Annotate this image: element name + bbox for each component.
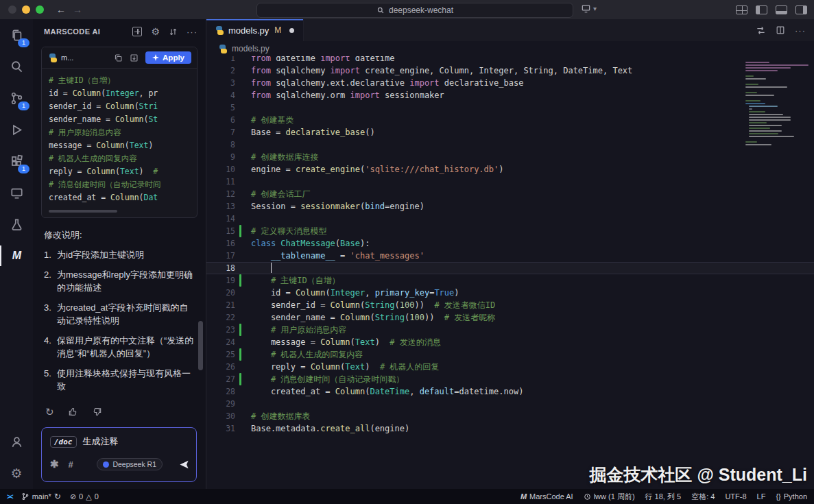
gear-icon[interactable]: ⚙ — [151, 27, 160, 36]
breadcrumb[interactable]: models.py — [206, 41, 814, 56]
code-line[interactable]: 12# 创建会话工厂 — [206, 188, 814, 200]
code-line[interactable]: 8 — [206, 139, 814, 151]
minimap[interactable] — [741, 56, 813, 489]
sidebar-scrollbar[interactable] — [198, 321, 203, 370]
marscode-logo-icon: M — [12, 250, 21, 262]
panel-actions: ⚙ ··· — [132, 27, 197, 37]
code-line[interactable]: 30# 创建数据库表 — [206, 410, 814, 422]
code-line[interactable]: 15# 定义聊天消息模型 — [206, 225, 814, 237]
chat-input-box[interactable]: /doc 生成注释 ✱ # Deepseek R1 — [41, 427, 197, 482]
unsaved-dot-icon[interactable] — [289, 28, 294, 33]
toggle-sidebar-icon[interactable] — [756, 5, 767, 14]
account-button[interactable] — [0, 426, 33, 457]
copy-icon[interactable] — [114, 53, 123, 62]
command-center-search[interactable]: deepseek-wechat — [256, 3, 573, 18]
suggestion-file-tab[interactable]: m... — [47, 53, 107, 62]
remote-indicator-icon[interactable]: >< — [7, 493, 12, 501]
code-line[interactable]: 11 — [206, 176, 814, 188]
regenerate-icon[interactable]: ↻ — [45, 406, 54, 418]
split-editor-icon[interactable] — [776, 25, 785, 35]
blame-status[interactable]: lww (1 周前) — [584, 492, 635, 502]
tab-models-py[interactable]: models.py M — [206, 19, 304, 41]
status-left: >< main* ↻ ⊘ 0 △ 0 — [7, 492, 99, 501]
sidebar-item-explorer[interactable]: 1 — [0, 19, 33, 51]
slash-command-badge[interactable]: /doc — [50, 436, 77, 448]
code-line[interactable]: 13Session = sessionmaker(bind=engine) — [206, 200, 814, 213]
eol[interactable]: LF — [757, 492, 766, 501]
code-line[interactable]: 3from sqlalchemy.ext.declarative import … — [206, 77, 814, 89]
marscode-status[interactable]: M MarsCode AI — [520, 492, 573, 501]
code-line[interactable]: 18 — [206, 262, 814, 274]
code-line[interactable]: 29 — [206, 398, 814, 410]
code-line[interactable]: 14 — [206, 213, 814, 225]
more-icon[interactable]: ··· — [187, 27, 197, 37]
code-line[interactable]: 25 # 机器人生成的回复内容 — [206, 348, 814, 361]
toggle-secondary-sidebar-icon[interactable] — [795, 5, 807, 14]
code-line[interactable]: 9# 创建数据库连接 — [206, 151, 814, 163]
sidebar-item-run-debug[interactable] — [0, 114, 33, 145]
send-icon[interactable] — [179, 459, 189, 470]
suggestion-tab-label: m... — [61, 53, 73, 62]
thumbs-up-icon[interactable] — [68, 407, 78, 417]
apply-button[interactable]: Apply — [145, 51, 191, 64]
problems-status[interactable]: ⊘ 0 △ 0 — [70, 492, 99, 501]
sidebar-item-source-control[interactable]: 1 — [0, 82, 33, 114]
context-hash-icon[interactable]: # — [69, 459, 73, 470]
code-line[interactable]: 5 — [206, 101, 814, 114]
forward-button[interactable]: → — [73, 4, 82, 15]
indentation[interactable]: 空格: 4 — [691, 492, 715, 502]
maximize-button[interactable] — [36, 5, 44, 14]
snippet-code[interactable]: # 主键ID（自增）id = Column(Integer, prsender_… — [42, 69, 197, 206]
code-line[interactable]: 1from datetime import datetime — [206, 56, 814, 64]
code-line[interactable]: 16class ChatMessage(Base): — [206, 237, 814, 250]
skills-icon[interactable]: ✱ — [50, 458, 59, 470]
code-line[interactable]: 23 # 用户原始消息内容 — [206, 324, 814, 336]
close-button[interactable] — [8, 5, 16, 14]
code-line[interactable]: 27 # 消息创建时间（自动记录时间戳） — [206, 373, 814, 385]
account-icon — [10, 435, 24, 449]
model-selector[interactable]: Deepseek R1 — [97, 458, 163, 470]
code-line[interactable]: 24 message = Column(Text) # 发送的消息 — [206, 336, 814, 348]
insert-code-icon[interactable] — [130, 53, 139, 62]
code-line[interactable]: 4from sqlalchemy.orm import sessionmaker — [206, 89, 814, 101]
code-line[interactable]: 7Base = declarative_base() — [206, 126, 814, 139]
code-line[interactable]: 19 # 主键ID（自增） — [206, 274, 814, 287]
status-bar: >< main* ↻ ⊘ 0 △ 0 M MarsCode AI lww (1 … — [0, 489, 814, 504]
sidebar-item-extensions[interactable]: 1 — [0, 145, 33, 177]
sidebar-item-testing[interactable] — [0, 208, 33, 240]
cursor-position[interactable]: 行 18, 列 5 — [645, 492, 682, 502]
code-line[interactable]: 20 id = Column(Integer, primary_key=True… — [206, 287, 814, 299]
screen-share-icon[interactable]: ▾ — [580, 3, 597, 14]
grid-layout-icon[interactable] — [736, 5, 747, 14]
settings-button[interactable]: ⚙ — [0, 457, 33, 489]
minimize-button[interactable] — [22, 5, 30, 14]
encoding[interactable]: UTF-8 — [725, 492, 746, 501]
open-changes-icon[interactable] — [756, 25, 766, 36]
code-line[interactable]: 10engine = create_engine('sqlite:///chat… — [206, 163, 814, 176]
code-suggestion-card: m... Apply # 主键ID（自增）id = Column(Integer… — [41, 47, 197, 218]
code-line[interactable]: 17 __tablename__ = 'chat_messages' — [206, 250, 814, 262]
code-line[interactable]: 26 reply = Column(Text) # 机器人的回复 — [206, 361, 814, 373]
code-line[interactable]: 31Base.metadata.create_all(engine) — [206, 422, 814, 435]
sidebar-item-remote-explorer[interactable] — [0, 177, 33, 208]
sort-icon[interactable] — [169, 27, 178, 36]
toggle-panel-icon[interactable] — [776, 5, 787, 14]
sidebar-item-marscode-ai[interactable]: M — [0, 240, 33, 272]
new-chat-icon[interactable] — [132, 27, 142, 36]
code-line[interactable]: 6# 创建基类 — [206, 114, 814, 126]
back-button[interactable]: ← — [56, 4, 66, 15]
thumbs-down-icon[interactable] — [92, 407, 102, 417]
panel-header: MARSCODE AI ⚙ ··· — [33, 19, 206, 44]
code-line[interactable]: 28 created_at = Column(DateTime, default… — [206, 385, 814, 398]
language-mode[interactable]: {} Python — [776, 492, 807, 501]
more-actions-icon[interactable]: ··· — [795, 25, 806, 36]
snippet-line: id = Column(Integer, pr — [49, 87, 197, 100]
code-line[interactable]: 2from sqlalchemy import create_engine, C… — [206, 64, 814, 77]
code-editor[interactable]: 1from datetime import datetime2from sqla… — [206, 56, 814, 489]
code-line[interactable]: 21 sender_id = Column(String(100)) # 发送者… — [206, 299, 814, 311]
sidebar-item-search[interactable] — [0, 51, 33, 82]
python-icon — [219, 45, 228, 53]
branch-status[interactable]: main* ↻ — [21, 492, 61, 501]
code-line[interactable]: 22 sender_name = Column(String(100)) # 发… — [206, 311, 814, 324]
snippet-scrollbar[interactable] — [49, 210, 117, 213]
